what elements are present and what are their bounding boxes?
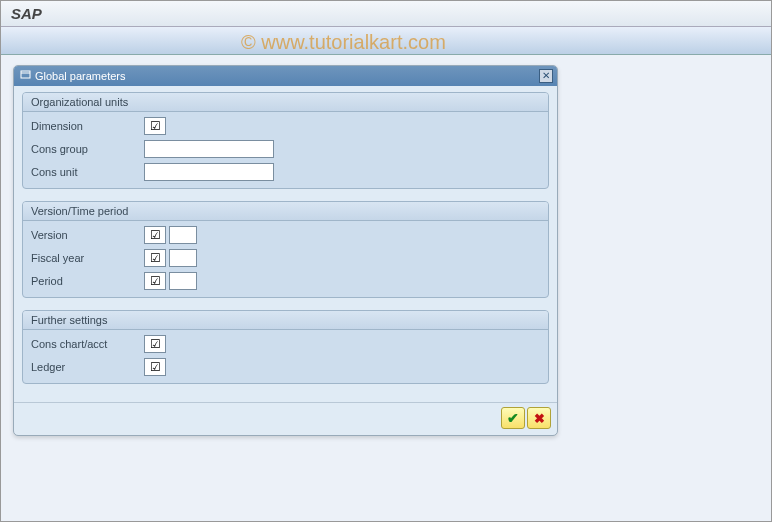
cons-chart-checkbox[interactable]: ☑ (144, 335, 166, 353)
group-header-further-settings: Further settings (23, 311, 548, 330)
label-cons-unit: Cons unit (29, 166, 144, 178)
group-further-settings: Further settings Cons chart/acct ☑ Ledge… (22, 310, 549, 384)
close-icon: ✕ (542, 70, 550, 81)
ledger-checkbox[interactable]: ☑ (144, 358, 166, 376)
row-fiscal-year: Fiscal year ☑ (29, 247, 542, 269)
check-icon: ☑ (150, 275, 161, 287)
check-icon: ☑ (150, 361, 161, 373)
check-icon: ☑ (150, 120, 161, 132)
ok-icon: ✔ (507, 410, 519, 426)
group-version-time: Version/Time period Version ☑ Fiscal yea… (22, 201, 549, 298)
label-dimension: Dimension (29, 120, 144, 132)
row-cons-chart: Cons chart/acct ☑ (29, 333, 542, 355)
group-header-version-time: Version/Time period (23, 202, 548, 221)
group-header-organizational-units: Organizational units (23, 93, 548, 112)
app-toolbar (1, 27, 771, 55)
row-cons-unit: Cons unit (29, 161, 542, 183)
label-ledger: Ledger (29, 361, 144, 373)
check-icon: ☑ (150, 338, 161, 350)
dimension-checkbox[interactable]: ☑ (144, 117, 166, 135)
dialog-body: Organizational units Dimension ☑ Cons gr… (14, 86, 557, 402)
global-parameters-dialog: Global parameters ✕ Organizational units… (13, 65, 558, 436)
cancel-button[interactable]: ✖ (527, 407, 551, 429)
period-checkbox[interactable]: ☑ (144, 272, 166, 290)
row-ledger: Ledger ☑ (29, 356, 542, 378)
dialog-titlebar: Global parameters ✕ (14, 66, 557, 86)
content-area: Global parameters ✕ Organizational units… (1, 55, 771, 521)
check-icon: ☑ (150, 229, 161, 241)
period-extra-field[interactable] (169, 272, 197, 290)
fiscal-year-extra-field[interactable] (169, 249, 197, 267)
cons-unit-input[interactable] (144, 163, 274, 181)
svg-rect-0 (21, 71, 30, 78)
close-button[interactable]: ✕ (539, 69, 553, 83)
label-period: Period (29, 275, 144, 287)
label-cons-group: Cons group (29, 143, 144, 155)
fiscal-year-checkbox[interactable]: ☑ (144, 249, 166, 267)
label-version: Version (29, 229, 144, 241)
group-organizational-units: Organizational units Dimension ☑ Cons gr… (22, 92, 549, 189)
dialog-title: Global parameters (35, 66, 126, 86)
label-fiscal-year: Fiscal year (29, 252, 144, 264)
cancel-icon: ✖ (534, 411, 545, 426)
check-icon: ☑ (150, 252, 161, 264)
ok-button[interactable]: ✔ (501, 407, 525, 429)
row-period: Period ☑ (29, 270, 542, 292)
row-version: Version ☑ (29, 224, 542, 246)
row-cons-group: Cons group (29, 138, 542, 160)
cons-group-input[interactable] (144, 140, 274, 158)
dialog-footer: ✔ ✖ (14, 402, 557, 435)
version-extra-field[interactable] (169, 226, 197, 244)
label-cons-chart: Cons chart/acct (29, 338, 144, 350)
row-dimension: Dimension ☑ (29, 115, 542, 137)
window-icon (20, 66, 31, 86)
app-title: SAP (11, 5, 42, 22)
version-checkbox[interactable]: ☑ (144, 226, 166, 244)
app-title-bar: SAP (1, 1, 771, 27)
